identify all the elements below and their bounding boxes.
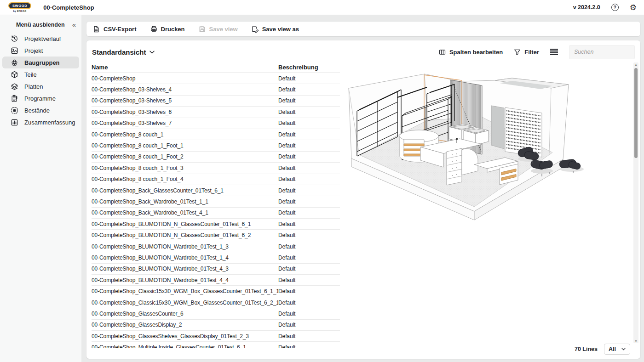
- save-view-as-button[interactable]: Save view as: [252, 26, 299, 33]
- scroll-down-icon[interactable]: ▼: [633, 339, 638, 343]
- filter-icon: [514, 49, 521, 56]
- table-row[interactable]: 00-CompleteShop_BLUMOTION_Wardrobe_01Tes…: [92, 241, 340, 252]
- sidebar-item-label: Platten: [24, 83, 43, 90]
- sidebar-item-label: Baugruppen: [24, 59, 60, 66]
- cell-name: 00-CompleteShop_BLUMOTION_N_GlassesCount…: [92, 232, 278, 238]
- collapse-sidebar-icon[interactable]: «: [72, 21, 76, 28]
- toolbar-button-label: Save view: [209, 26, 238, 33]
- table-row[interactable]: 00-CompleteShop_BLUMOTION_N_GlassesCount…: [92, 230, 340, 241]
- sidebar-item-zusammenfassung[interactable]: Zusammenfassung: [2, 116, 79, 128]
- sidebar-item-projektverlauf[interactable]: Projektverlauf: [2, 33, 79, 45]
- cell-name: 00-CompleteShop_Classic15x30_WGM_Box_Gla…: [92, 288, 278, 294]
- cell-name: 00-CompleteShop_BLUMOTION_Wardrobe_01Tes…: [92, 266, 278, 272]
- filter-button[interactable]: Filter: [514, 49, 539, 56]
- swood-logo-pill: SWOOD: [8, 2, 31, 10]
- table-row[interactable]: 00-CompleteShop_Back_Wardrobe_01Test_4_1…: [92, 208, 340, 219]
- page-size-select[interactable]: All: [604, 344, 630, 355]
- table-row[interactable]: 00-CompleteShop_GlassesCounter_6Default: [92, 308, 340, 319]
- cell-description: Default: [278, 300, 340, 306]
- cell-name: 00-CompleteShop_Back_Wardrobe_01Test_4_1: [92, 209, 278, 216]
- help-icon[interactable]: ?: [611, 4, 619, 11]
- chart-icon: [11, 119, 18, 126]
- search-input[interactable]: [569, 45, 635, 59]
- cell-name: 00-CompleteShop: [92, 75, 278, 82]
- table-row[interactable]: 00-CompleteShopDefault: [92, 73, 340, 84]
- cell-name: 00-CompleteShop_03-Shelves_6: [92, 109, 278, 115]
- cell-name: 00-CompleteShop_8 couch_1_Foot_2: [92, 153, 278, 160]
- table-row[interactable]: 00-CompleteShop_8 couch_1_Foot_4Default: [92, 174, 340, 185]
- lines-count-label: 70 Lines: [575, 346, 598, 352]
- sidebar-item-label: Zusammenfassung: [24, 119, 75, 126]
- sidebar-item-platten[interactable]: Platten: [2, 80, 79, 92]
- chevron-down-icon: [150, 51, 155, 54]
- sidebar-item-baugruppen[interactable]: Baugruppen: [2, 57, 79, 68]
- menu-collapse-label: Menü ausblenden: [16, 22, 65, 28]
- sidebar-item-programme[interactable]: Programme: [2, 92, 79, 104]
- table-row[interactable]: 00-CompleteShop_8 couch_1_Foot_2Default: [92, 152, 340, 163]
- cell-description: Default: [278, 255, 340, 261]
- sidebar-item-label: Bestände: [24, 107, 50, 114]
- csv-export-button[interactable]: CSV-Export: [93, 26, 137, 33]
- cell-description: Default: [278, 120, 340, 126]
- sidebar-item-label: Programme: [24, 95, 56, 102]
- save-icon: [199, 26, 206, 33]
- main-panel: Standardansicht Spalten bearbeiten Filte…: [86, 40, 640, 359]
- cell-description: Default: [278, 198, 340, 205]
- cell-description: Default: [278, 176, 340, 182]
- sidebar-item-bestände[interactable]: Bestände: [2, 104, 79, 116]
- sidebar-menu: ProjektverlaufProjektBaugruppenTeilePlat…: [0, 33, 81, 128]
- top-bar: SWOOD by EFICAD 00-CompleteShop v 2024.2…: [0, 0, 644, 15]
- table-row[interactable]: 00-CompleteShop_GlassesShelves_GlassesDi…: [92, 331, 340, 342]
- cell-description: Default: [278, 288, 340, 294]
- dense-rows-icon[interactable]: [550, 49, 558, 55]
- cell-name: 00-CompleteShop_Classic15x30_WGM_Box_Gla…: [92, 300, 278, 306]
- 3d-viewport[interactable]: [343, 62, 632, 343]
- scrollbar-thumb[interactable]: [634, 68, 638, 158]
- cell-description: Default: [278, 187, 340, 194]
- scroll-up-icon[interactable]: ▲: [633, 63, 638, 66]
- sidebar-item-label: Projekt: [24, 47, 43, 54]
- gear-icon[interactable]: ⚙: [630, 4, 637, 11]
- table-row[interactable]: 00-CompleteShop_BLUMOTION_Wardrobe_01Tes…: [92, 264, 340, 275]
- cell-name: 00-CompleteShop_8 couch_1_Foot_3: [92, 165, 278, 171]
- vertical-scrollbar[interactable]: ▲ ▼: [633, 62, 638, 343]
- cell-description: Default: [278, 142, 340, 149]
- table-row[interactable]: 00-CompleteShop_GlassesDisplay_2Default: [92, 320, 340, 331]
- sidebar-item-projekt[interactable]: Projekt: [2, 45, 79, 57]
- table-row[interactable]: 00-CompleteShop_03-Shelves_4Default: [92, 84, 340, 95]
- toolbar-button-label: Save view as: [262, 26, 299, 33]
- table-row[interactable]: 00-CompleteShop_03-Shelves_5Default: [92, 96, 340, 107]
- table-row[interactable]: 00-CompleteShop_8 couch_1_Foot_3Default: [92, 163, 340, 174]
- cell-description: Default: [278, 322, 340, 328]
- column-header-description[interactable]: Beschreibung: [278, 64, 340, 71]
- cube-icon: [11, 71, 18, 79]
- edit-columns-button[interactable]: Spalten bearbeiten: [439, 49, 503, 56]
- print-button[interactable]: Drucken: [150, 26, 185, 33]
- table-row[interactable]: 00-CompleteShop_Back_GlassesCounter_01Te…: [92, 185, 340, 196]
- clipboard-icon: [11, 95, 18, 102]
- cell-description: Default: [278, 131, 340, 138]
- cell-name: 00-CompleteShop_BLUMOTION_N_GlassesCount…: [92, 221, 278, 227]
- table-row[interactable]: 00-CompleteShop_BLUMOTION_Wardrobe_01Tes…: [92, 252, 340, 263]
- column-header-name[interactable]: Name: [92, 64, 278, 71]
- cell-name: 00-CompleteShop_8 couch_1: [92, 131, 278, 138]
- table-row[interactable]: 00-CompleteShop_Back_Wardrobe_01Test_1_1…: [92, 196, 340, 207]
- table-row[interactable]: 00-CompleteShop_Multiple Inside_GlassesC…: [92, 342, 340, 348]
- layers-icon: [11, 83, 18, 90]
- version-label: v 2024.2.0: [573, 4, 600, 11]
- save-view-button[interactable]: Save view: [199, 26, 238, 33]
- table-row[interactable]: 00-CompleteShop_03-Shelves_6Default: [92, 107, 340, 118]
- cell-description: Default: [278, 344, 340, 348]
- table-row[interactable]: 00-CompleteShop_BLUMOTION_N_GlassesCount…: [92, 219, 340, 230]
- sidebar-item-teile[interactable]: Teile: [2, 68, 79, 80]
- cell-name: 00-CompleteShop_Multiple Inside_GlassesC…: [92, 344, 278, 348]
- table-row[interactable]: 00-CompleteShop_Classic15x30_WGM_Box_Gla…: [92, 286, 340, 297]
- table-row[interactable]: 00-CompleteShop_8 couch_1Default: [92, 129, 340, 140]
- table-row[interactable]: 00-CompleteShop_Classic15x30_WGM_Box_Gla…: [92, 297, 340, 308]
- view-selector-label: Standardansicht: [92, 48, 146, 56]
- view-selector[interactable]: Standardansicht: [92, 48, 155, 56]
- table-row[interactable]: 00-CompleteShop_8 couch_1_Foot_1Default: [92, 140, 340, 151]
- table-row[interactable]: 00-CompleteShop_BLUMOTION_Wardrobe_01Tes…: [92, 275, 340, 286]
- cell-name: 00-CompleteShop_Back_GlassesCounter_01Te…: [92, 187, 278, 194]
- table-row[interactable]: 00-CompleteShop_03-Shelves_7Default: [92, 118, 340, 129]
